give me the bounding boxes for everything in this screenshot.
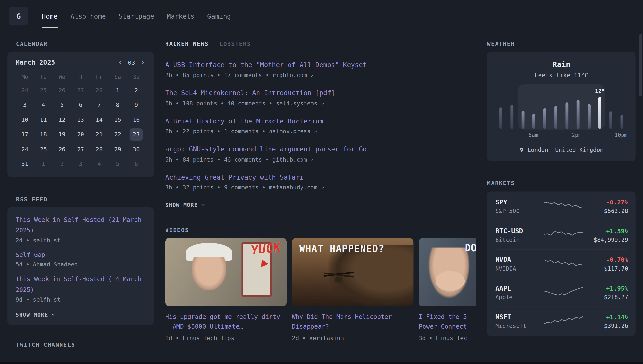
market-row[interactable]: AAPL Apple +1.95% $218.27 bbox=[495, 278, 627, 307]
video-thumbnail[interactable]: YUCK bbox=[165, 238, 287, 306]
market-change: -0.27% bbox=[583, 198, 628, 206]
main-content: CALENDAR March 2025 03 Mo bbox=[0, 32, 643, 353]
thumbnail-overlay-text: DO bbox=[465, 242, 476, 254]
calendar-day: 6 bbox=[74, 99, 87, 111]
helicopter-shape bbox=[323, 274, 354, 282]
calendar-day: 16 bbox=[130, 114, 143, 126]
nav-tab-startpage[interactable]: Startpage bbox=[119, 0, 154, 32]
weather-bar bbox=[510, 105, 513, 128]
weather-widget: Rain Feels like 11°C 12° 6am2pm10pm Lond… bbox=[487, 52, 636, 161]
calendar-month-number: 03 bbox=[128, 59, 135, 66]
story-title-link[interactable]: Achieving Great Privacy with Safari bbox=[165, 173, 476, 182]
center-column: HACKER NEWS LOBSTERS A USB Interface to … bbox=[165, 32, 476, 353]
weekday-label: We bbox=[53, 70, 71, 83]
market-row[interactable]: BTC-USD Bitcoin +1.39% $84,999.29 bbox=[495, 220, 627, 249]
nav-tab-markets[interactable]: Markets bbox=[167, 0, 195, 32]
weather-feels-like: Feels like 11°C bbox=[495, 72, 627, 79]
weekday-label: Sa bbox=[108, 70, 127, 83]
calendar-prev-button[interactable] bbox=[117, 60, 123, 66]
story-meta: 3h • 32 points • 9 comments • matanabudy… bbox=[165, 184, 476, 190]
calendar-month-title: March 2025 bbox=[16, 58, 55, 66]
market-row[interactable]: SPY S&P 500 -0.27% $563.98 bbox=[495, 192, 627, 220]
market-ticker: BTC-USD bbox=[495, 227, 544, 235]
market-name: Apple bbox=[495, 294, 544, 300]
hour-label: 2pm bbox=[571, 132, 582, 138]
tab-hacker-news[interactable]: HACKER NEWS bbox=[165, 40, 209, 50]
page-scrollbar[interactable] bbox=[639, 34, 642, 96]
calendar-day: 10 bbox=[18, 114, 32, 126]
nav-tab-also-home[interactable]: Also home bbox=[70, 0, 106, 32]
calendar-next-button[interactable] bbox=[140, 60, 146, 66]
calendar-day: 24 bbox=[18, 143, 32, 155]
rss-show-more-button[interactable]: SHOW MORE bbox=[16, 312, 56, 318]
market-ticker: MSFT bbox=[495, 313, 544, 321]
weather-hours: 6am2pm10pm bbox=[495, 132, 627, 138]
calendar-day: 3 bbox=[18, 99, 32, 111]
rss-item: This Week in Self-Hosted (21 March 2025)… bbox=[16, 215, 146, 243]
nav-tab-gaming[interactable]: Gaming bbox=[207, 0, 231, 32]
story-title-link[interactable]: argp: GNU-style command line argument pa… bbox=[165, 145, 476, 154]
story-title-link[interactable]: A USB Interface to the "Mother of All De… bbox=[165, 61, 476, 70]
market-row[interactable]: NVDA NVIDIA -0.70% $117.70 bbox=[495, 249, 627, 278]
temperature-peak-label: 12° bbox=[595, 88, 605, 94]
market-price: $84,999.29 bbox=[583, 236, 628, 243]
hour-label: 6am bbox=[528, 132, 538, 138]
video-title-link[interactable]: I Fixed the 5 bbox=[419, 312, 475, 322]
calendar-day: 25 bbox=[37, 143, 50, 155]
market-ticker: AAPL bbox=[495, 284, 544, 292]
story-meta: 2h • 85 points • 17 comments • righto.co… bbox=[165, 72, 476, 78]
video-thumbnail[interactable]: WHAT HAPPENED? bbox=[292, 238, 413, 306]
calendar-day: 29 bbox=[111, 143, 124, 155]
story-title-link[interactable]: A Brief History of the Miracle Bacterium bbox=[165, 116, 476, 126]
news-show-more-button[interactable]: SHOW MORE bbox=[165, 202, 206, 208]
rss-item-title[interactable]: This Week in Self-Hosted (21 March 2025) bbox=[16, 215, 146, 236]
calendar-day: 3 bbox=[74, 158, 87, 170]
calendar-weekday-row: Mo Tu We Th Fr Sa Su bbox=[16, 70, 146, 83]
calendar-section-label: CALENDAR bbox=[16, 40, 154, 47]
rss-item-title[interactable]: This Week in Self-Hosted (14 March 2025) bbox=[16, 274, 146, 296]
calendar-day: 20 bbox=[74, 128, 87, 140]
market-sparkline bbox=[544, 286, 583, 299]
video-card: WHAT HAPPENED? Why Did The Mars Helicopt… bbox=[292, 238, 413, 341]
video-meta: 3d • Linus Tec bbox=[419, 335, 475, 341]
calendar-day: 2 bbox=[130, 84, 143, 96]
calendar-day: 17 bbox=[18, 128, 32, 140]
video-title-line2[interactable]: Power Connect bbox=[419, 322, 475, 332]
videos-section-label: VIDEOS bbox=[165, 227, 476, 233]
nav-tab-home[interactable]: Home bbox=[42, 0, 58, 32]
market-change: +1.39% bbox=[583, 227, 628, 234]
weather-chart: 12° bbox=[495, 88, 627, 128]
rss-item-meta: 9d • selfh.st bbox=[16, 296, 146, 303]
chevron-left-icon bbox=[117, 60, 123, 66]
tab-lobsters[interactable]: LOBSTERS bbox=[219, 40, 251, 50]
market-name: Microsoft bbox=[495, 322, 544, 329]
video-card: YUCK His upgrade got me really dirty - A… bbox=[165, 238, 287, 341]
calendar-day: 7 bbox=[93, 99, 106, 111]
weather-bar bbox=[598, 96, 601, 128]
market-price: $563.98 bbox=[583, 208, 628, 214]
story-item: A Brief History of the Miracle Bacterium… bbox=[165, 116, 476, 134]
market-row[interactable]: MSFT Microsoft +1.14% $391.26 bbox=[495, 306, 627, 335]
rss-widget: This Week in Self-Hosted (21 March 2025)… bbox=[7, 207, 154, 325]
calendar-day: 30 bbox=[130, 143, 143, 155]
weather-bar bbox=[499, 107, 502, 128]
rss-item-title[interactable]: Self Gap bbox=[16, 250, 146, 260]
calendar-day: 22 bbox=[111, 128, 124, 140]
weather-bar bbox=[609, 112, 612, 129]
story-item: Achieving Great Privacy with Safari 3h •… bbox=[165, 173, 476, 190]
video-meta: 2d • Veritasium bbox=[292, 335, 413, 341]
thumbnail-overlay-text: WHAT HAPPENED? bbox=[299, 244, 384, 254]
video-thumbnail[interactable]: DO bbox=[419, 238, 475, 306]
video-title-link[interactable]: His upgrade got me really dirty - AMD $5… bbox=[165, 312, 287, 332]
weather-bar bbox=[620, 115, 623, 128]
market-change: +1.95% bbox=[583, 285, 628, 292]
app-logo[interactable]: G bbox=[9, 6, 28, 25]
video-title-link[interactable]: Why Did The Mars Helicopter Disappear? bbox=[292, 312, 413, 332]
calendar-day: 5 bbox=[56, 99, 69, 111]
weather-section-label: WEATHER bbox=[487, 40, 636, 47]
calendar-day: 19 bbox=[56, 128, 69, 140]
story-title-link[interactable]: The SeL4 Microkernel: An Introduction [p… bbox=[165, 88, 476, 98]
calendar-day: 18 bbox=[37, 128, 50, 140]
thumbnail-overlay-text: YUCK bbox=[250, 240, 281, 258]
market-name: NVIDIA bbox=[495, 265, 544, 272]
